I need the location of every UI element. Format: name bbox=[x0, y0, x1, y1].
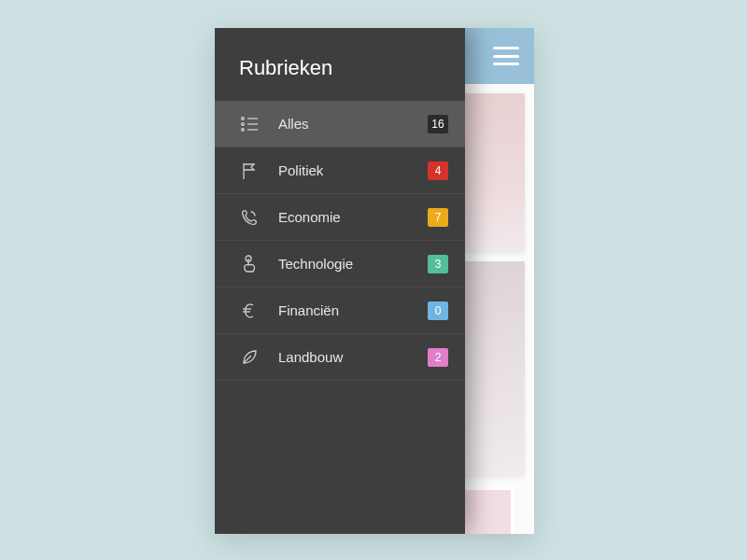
svg-point-2 bbox=[242, 122, 245, 125]
drawer-item-financien[interactable]: Financiën 0 bbox=[215, 287, 465, 334]
drawer-item-landbouw[interactable]: Landbouw 2 bbox=[215, 334, 465, 381]
flag-icon bbox=[239, 161, 260, 181]
count-badge: 2 bbox=[428, 348, 448, 367]
euro-icon bbox=[239, 301, 260, 321]
touch-icon bbox=[239, 254, 260, 274]
count-badge: 0 bbox=[428, 301, 448, 320]
svg-point-4 bbox=[242, 128, 245, 131]
nav-drawer: Rubrieken Alles 16 Politiek 4 bbox=[215, 28, 465, 534]
drawer-item-label: Alles bbox=[278, 116, 428, 132]
menu-icon[interactable] bbox=[493, 47, 519, 65]
app-screen: Nam rutru Nam da sollicitu 10m Nam nisl … bbox=[215, 28, 534, 534]
svg-point-0 bbox=[242, 117, 245, 119]
count-badge: 4 bbox=[428, 161, 448, 180]
drawer-item-label: Politiek bbox=[278, 162, 428, 178]
drawer-item-label: Economie bbox=[278, 209, 428, 225]
phone-icon bbox=[239, 207, 260, 228]
drawer-item-politiek[interactable]: Politiek 4 bbox=[215, 147, 465, 194]
drawer-item-label: Financiën bbox=[278, 302, 428, 318]
count-badge: 16 bbox=[428, 115, 448, 133]
drawer-item-technologie[interactable]: Technologie 3 bbox=[215, 241, 465, 287]
drawer-item-label: Landbouw bbox=[278, 349, 428, 365]
drawer-item-economie[interactable]: Economie 7 bbox=[215, 194, 465, 241]
leaf-icon bbox=[239, 347, 260, 368]
count-badge: 7 bbox=[428, 208, 448, 227]
drawer-item-alles[interactable]: Alles 16 bbox=[215, 101, 465, 147]
list-icon bbox=[239, 114, 260, 134]
count-badge: 3 bbox=[428, 255, 448, 273]
drawer-title: Rubrieken bbox=[215, 28, 465, 101]
drawer-item-label: Technologie bbox=[278, 256, 428, 272]
